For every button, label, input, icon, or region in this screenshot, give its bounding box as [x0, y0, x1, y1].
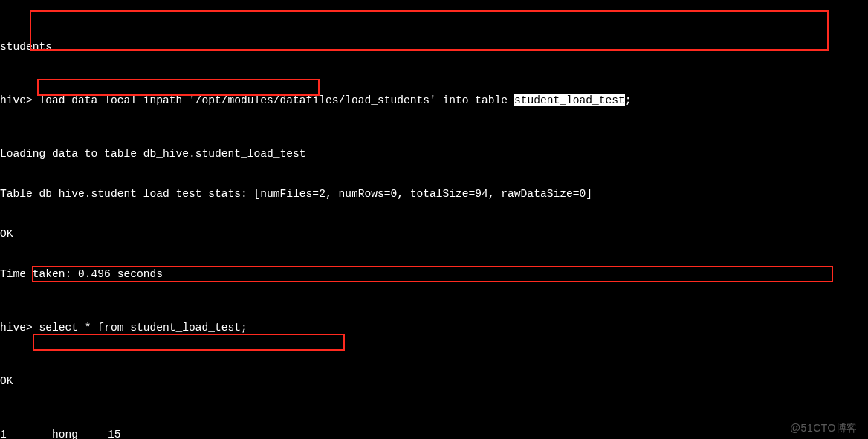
- load-data-command: load data local inpath '/opt/modules/dat…: [33, 94, 514, 106]
- select-command: select * from student_load_test;: [33, 322, 247, 334]
- selected-text: student_load_test: [514, 94, 625, 106]
- table-row: 1hong15: [0, 428, 868, 439]
- watermark: @51CTO博客: [790, 421, 858, 435]
- output-line: OK: [0, 374, 868, 388]
- hive-prompt: hive>: [0, 322, 33, 334]
- output-line: Table db_hive.student_load_test stats: […: [0, 187, 868, 201]
- result-rows-1: 1hong152hao143yan164ben145qing131hong152…: [0, 428, 868, 439]
- output-line: OK: [0, 227, 868, 241]
- output-line: students: [0, 40, 868, 53]
- terminal-output[interactable]: students hive> load data local inpath '/…: [0, 0, 868, 439]
- output-line: Loading data to table db_hive.student_lo…: [0, 147, 868, 160]
- output-line: Time taken: 0.496 seconds: [0, 267, 868, 281]
- command-line: hive> select * from student_load_test;: [0, 321, 868, 334]
- col-age: 15: [108, 428, 121, 439]
- col-name: hong: [52, 428, 108, 439]
- command-tail: ;: [625, 94, 632, 106]
- hive-prompt: hive>: [0, 94, 33, 106]
- command-line: hive> load data local inpath '/opt/modul…: [0, 94, 868, 107]
- col-id: 1: [0, 428, 52, 439]
